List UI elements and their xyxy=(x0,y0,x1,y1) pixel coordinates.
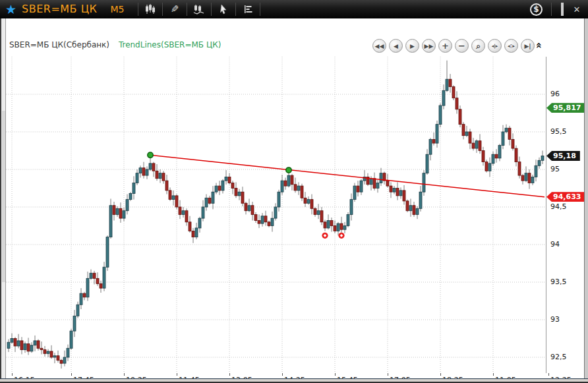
chart-area: SBER=МБ ЦК(Сбербанк) TrendLines(SBER=МБ … xyxy=(0,18,588,378)
scroll-fast-right-button[interactable]: ▶▶ xyxy=(422,39,436,53)
window-bottom-edge xyxy=(0,378,588,383)
time-tick xyxy=(71,373,72,376)
zoom-in-button[interactable]: + xyxy=(438,39,452,53)
price-tick-label: 95 xyxy=(550,165,560,173)
window-controls: $ ✕ xyxy=(530,0,584,18)
zoom-region-button[interactable]: ⌕ xyxy=(471,39,485,53)
price-tick-label: 92,5 xyxy=(550,353,567,361)
chart-legend: SBER=МБ ЦК(Сбербанк) TrendLines(SBER=МБ … xyxy=(9,40,221,49)
expand-scale-button[interactable]: ◂▯▸ xyxy=(504,39,518,53)
scrollbar-thumb[interactable] xyxy=(2,111,5,282)
separator xyxy=(187,3,187,16)
scroll-fast-left-button[interactable]: ◀◀ xyxy=(372,39,386,53)
window-right-edge xyxy=(584,18,588,378)
timeframe-label[interactable]: M5 xyxy=(110,4,124,15)
time-tick xyxy=(177,373,177,376)
time-tick xyxy=(548,373,549,376)
scroll-left-button[interactable]: ◀ xyxy=(389,39,403,53)
scroll-right-button[interactable]: ▶ xyxy=(405,39,419,53)
left-scrollbar[interactable] xyxy=(0,18,6,378)
indicator-levels-icon[interactable] xyxy=(239,2,256,16)
instrument-label[interactable]: SBER=МБ ЦК(Сбербанк) xyxy=(9,40,109,49)
time-tick xyxy=(229,373,230,376)
price-tick-label: 95,5 xyxy=(550,127,567,136)
plot-svg xyxy=(6,57,544,373)
compress-scale-button[interactable]: ◂|▸ xyxy=(488,39,502,53)
price-axis[interactable]: 9695,59594,59493,59392,595,81795,1894,63… xyxy=(546,57,584,373)
favorite-star-icon[interactable]: ★ xyxy=(5,0,16,18)
restore-icon xyxy=(561,3,564,16)
separator xyxy=(211,3,212,16)
candlestick-chart-icon[interactable] xyxy=(142,2,159,16)
chart-type-icon[interactable] xyxy=(191,2,208,16)
time-tick xyxy=(388,373,388,376)
zoom-out-button[interactable]: − xyxy=(455,39,469,53)
collapse-panel-icon[interactable]: » xyxy=(533,42,544,49)
dollar-icon[interactable]: $ xyxy=(530,3,543,16)
restore-button[interactable] xyxy=(555,5,570,15)
chart-window: ★ SBER=МБ ЦК M5 ✎ xyxy=(0,0,588,383)
indicator-label[interactable]: TrendLines(SBER=МБ ЦК) xyxy=(119,40,221,49)
price-tick-label: 94 xyxy=(550,240,560,249)
price-tick-label: 93,5 xyxy=(550,278,567,286)
trendline-price-tag: 94,633 xyxy=(546,192,585,202)
time-tick xyxy=(335,373,336,376)
pencil-icon[interactable]: ✎ xyxy=(166,2,183,16)
window-title: SBER=МБ ЦК xyxy=(22,3,97,15)
price-tick-label: 94,5 xyxy=(550,202,567,211)
indicator-high-price-tag: 95,817 xyxy=(546,103,585,113)
separator xyxy=(260,3,260,16)
separator xyxy=(235,3,236,16)
time-tick xyxy=(493,373,494,376)
time-tick xyxy=(440,373,441,376)
candlestick-plot[interactable] xyxy=(6,57,544,373)
chart-nav-toolbar: ◀◀◀▶▶▶+−⌕◂|▸◂▯▸▶| xyxy=(372,39,535,53)
last-price-tag: 95,18 xyxy=(546,151,580,161)
separator xyxy=(138,3,138,16)
separator xyxy=(162,3,163,16)
time-tick xyxy=(282,373,283,376)
time-tick xyxy=(124,373,125,376)
title-bar: ★ SBER=МБ ЦК M5 ✎ xyxy=(0,0,588,18)
time-tick xyxy=(12,373,13,376)
toolbar: ✎ xyxy=(134,2,264,16)
separator xyxy=(551,3,552,16)
price-tick-label: 93 xyxy=(550,315,560,324)
close-button[interactable]: ✕ xyxy=(570,5,584,15)
cursor-icon[interactable] xyxy=(215,2,232,16)
price-tick-label: 96 xyxy=(550,90,560,98)
